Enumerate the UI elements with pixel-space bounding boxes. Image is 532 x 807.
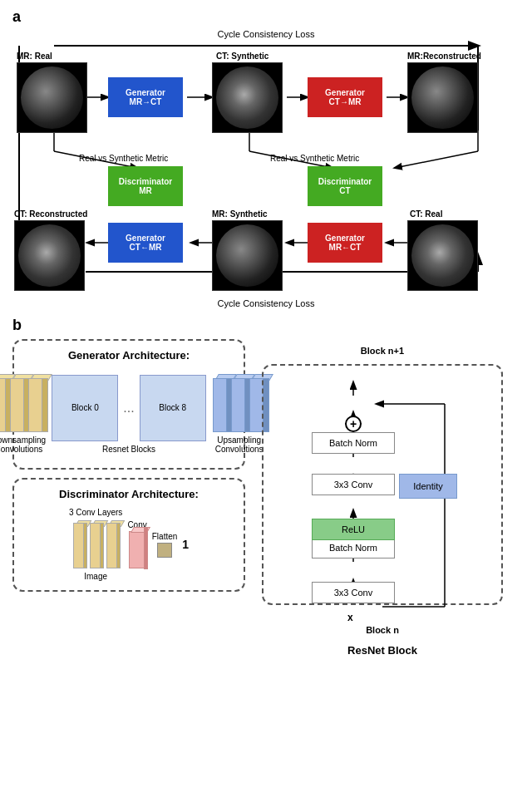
- ct-real-label: CT: Real: [410, 209, 442, 219]
- conv-pink-block: [129, 531, 145, 568]
- rvs-metric-right: Real vs Synthetic Metric: [270, 154, 359, 163]
- one-label: 1: [182, 538, 189, 551]
- disc-arch-content: 3 Conv Layers Image: [22, 507, 235, 582]
- gen-arch-content: Downsampling Convolutions Block 0 ... Bl…: [22, 368, 235, 460]
- image-stack-group: 3 Conv Layers Image: [69, 508, 122, 581]
- x-label: x: [347, 612, 353, 623]
- disc-flat-3: [104, 519, 121, 568]
- svg-line-9: [395, 151, 478, 168]
- disc-arch-box: Discriminator Architecture: 3 Conv Layer…: [12, 478, 245, 592]
- disc-arch-title: Discriminator Architecture:: [22, 488, 235, 500]
- gen-mr-ct-box: Generator MR→CT: [108, 77, 183, 117]
- diagram-a: MR: Real Generator MR→CT CT: Synthetic G…: [12, 39, 520, 297]
- mr-reconstructed-label: MR:Reconstructed: [407, 52, 481, 61]
- gen-ct-mr-bot-box: Generator CT←MR: [108, 223, 183, 263]
- left-col: Generator Architecture:: [12, 339, 245, 638]
- resnet-block-diagram: Block n+1: [254, 339, 511, 638]
- cycle-loss-top: Cycle Consistency Loss: [12, 29, 520, 39]
- conv-3x3-bot: 3x3 Conv: [312, 582, 395, 603]
- downsampling-group: Downsampling Convolutions: [0, 374, 48, 454]
- right-col: Block n+1: [254, 339, 511, 638]
- mr-reconstructed-scan: [407, 62, 478, 133]
- downsampling-stacks: [0, 374, 48, 432]
- ct-reconstructed-scan: [14, 220, 85, 291]
- disc-mr-box: Discriminator MR: [108, 166, 183, 206]
- mr-synthetic-label: MR: Synthetic: [212, 209, 268, 219]
- rvs-metric-left: Real vs Synthetic Metric: [79, 154, 168, 163]
- cycle-loss-bottom: Cycle Consistency Loss: [12, 298, 520, 308]
- image-label: Image: [84, 572, 107, 581]
- disc-stacks: [71, 519, 121, 568]
- batch-norm-top: Batch Norm: [312, 432, 395, 454]
- disc-ct-box: Discriminator CT: [308, 166, 382, 206]
- relu-block: ReLU: [312, 519, 395, 540]
- ct-real-scan: [407, 220, 478, 291]
- one-group: 1: [182, 538, 189, 551]
- resnet-block-0: Block 0: [52, 375, 118, 441]
- disc-flat-2: [87, 519, 104, 568]
- gen-ct-mr-box: Generator CT→MR: [308, 77, 382, 117]
- gen-mr-ct-bot-box: Generator MR←CT: [308, 223, 382, 263]
- mr-real-label: MR: Real: [17, 52, 52, 61]
- block-n-label: Block n: [366, 625, 399, 635]
- conv-group: Conv: [127, 520, 146, 568]
- disc-flat-1: [71, 519, 87, 568]
- part-a-label: a: [12, 8, 520, 26]
- conv-3x3-top: 3x3 Conv: [312, 474, 395, 495]
- resnet-block-8: Block 8: [140, 375, 206, 441]
- ct-reconstructed-label: CT: Reconstructed: [14, 209, 87, 219]
- downsampling-label: Downsampling Convolutions: [0, 435, 46, 454]
- identity-block: Identity: [399, 474, 457, 499]
- mr-real-scan: [17, 62, 87, 133]
- ct-synthetic-label: CT: Synthetic: [216, 52, 268, 61]
- resnet-dots: ...: [120, 401, 137, 416]
- resnet-label: Resnet Blocks: [102, 445, 155, 454]
- flatten-cube: [157, 543, 172, 558]
- ct-synthetic-scan: [212, 62, 283, 133]
- block-n1-label: Block n+1: [361, 346, 404, 356]
- part-b-container: Generator Architecture:: [12, 339, 520, 638]
- part-b-label: b: [12, 317, 520, 334]
- flatten-label: Flatten: [152, 532, 178, 541]
- resnet-group: Block 0 ... Block 8 Resnet Blocks: [52, 375, 205, 454]
- mr-synthetic-scan: [212, 220, 283, 291]
- resnet-block-title: ResNet Block: [347, 644, 417, 657]
- flatten-group: Flatten: [152, 532, 178, 558]
- ds-block-3: [25, 374, 48, 432]
- gen-arch-box: Generator Architecture:: [12, 339, 245, 470]
- gen-arch-title: Generator Architecture:: [22, 349, 235, 362]
- add-circle: +: [345, 416, 362, 432]
- conv-layers-label: 3 Conv Layers: [69, 508, 122, 517]
